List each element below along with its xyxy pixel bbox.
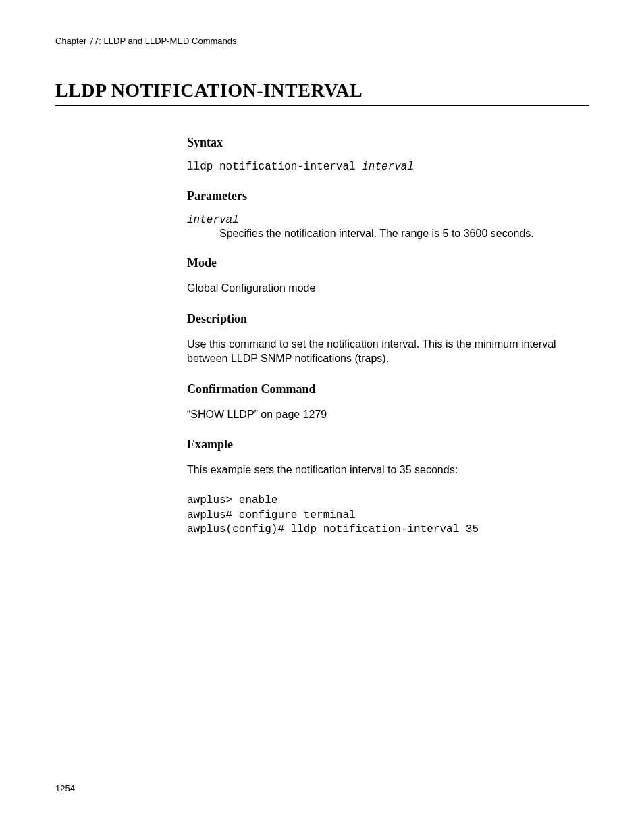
syntax-param: interval <box>362 161 414 173</box>
page-title: LLDP NOTIFICATION-INTERVAL <box>55 80 589 106</box>
page-number: 1254 <box>55 783 75 793</box>
mode-text: Global Configuration mode <box>187 281 582 296</box>
param-desc: Specifies the notification interval. The… <box>219 228 582 240</box>
content-area: Syntax lldp notification-interval interv… <box>187 136 582 538</box>
syntax-heading: Syntax <box>187 136 582 150</box>
example-heading: Example <box>187 438 582 452</box>
description-heading: Description <box>187 312 582 326</box>
param-name: interval <box>187 214 582 226</box>
description-text: Use this command to set the notification… <box>187 337 582 366</box>
syntax-line: lldp notification-interval interval <box>187 161 582 173</box>
syntax-command: lldp notification-interval <box>187 161 362 173</box>
confirmation-text: “SHOW LLDP” on page 1279 <box>187 407 582 422</box>
mode-heading: Mode <box>187 256 582 270</box>
parameters-heading: Parameters <box>187 189 582 203</box>
example-code: awplus> enable awplus# configure termina… <box>187 494 582 538</box>
example-intro: This example sets the notification inter… <box>187 463 582 477</box>
chapter-header: Chapter 77: LLDP and LLDP-MED Commands <box>55 36 589 46</box>
confirmation-heading: Confirmation Command <box>187 382 582 396</box>
